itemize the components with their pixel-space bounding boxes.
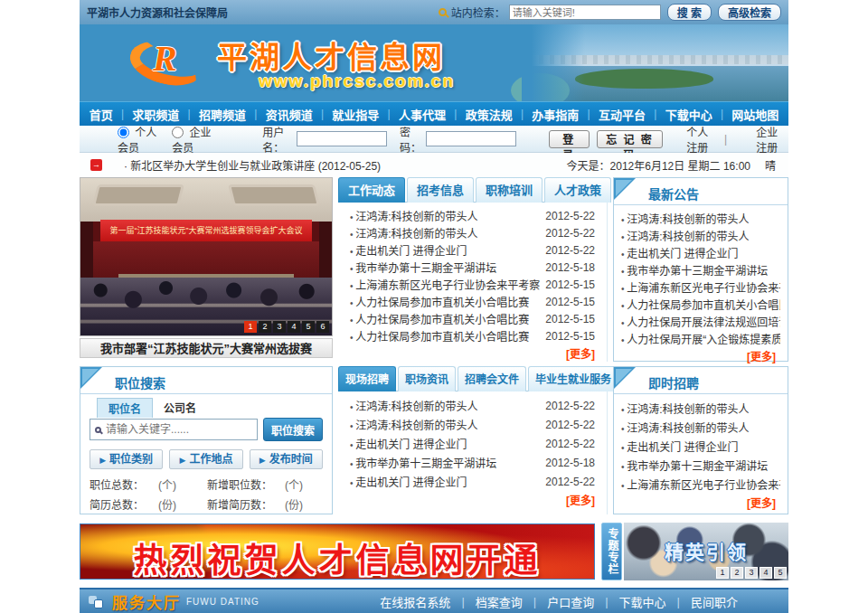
instant-link[interactable]: 上海浦东新区光电子行业协会来平考 xyxy=(621,476,780,492)
play-arrow-icon: ▶ xyxy=(99,456,106,465)
notice-link[interactable]: 走出机关门 进得企业门 xyxy=(621,245,780,260)
stat-unit: (份) xyxy=(158,496,207,512)
member-company-radio[interactable]: 企业会员 xyxy=(172,124,217,155)
recruit-link[interactable]: 我市举办第十三期金平湖讲坛 xyxy=(350,455,540,470)
member-personal-radio[interactable]: 个人会员 xyxy=(118,124,163,155)
photo-page-button[interactable]: 2 xyxy=(259,321,271,333)
company-radio-input[interactable] xyxy=(172,127,184,138)
tab-company-name[interactable]: 公司名 xyxy=(153,398,207,418)
tab-title-training[interactable]: 职称培训 xyxy=(476,177,542,203)
notice-link[interactable]: 人力社保局参加市直机关小合唱比赛 xyxy=(621,297,780,312)
recruit-link[interactable]: 汪鸿涛:科技创新的带头人 xyxy=(350,398,540,413)
site-url[interactable]: www.phrcsc.com.cn xyxy=(259,71,455,91)
nav-item-sitemap[interactable]: 网站地图 xyxy=(731,106,778,123)
tab-talent-policy[interactable]: 人才政策 xyxy=(544,177,611,203)
nav-item-interact[interactable]: 互动平台 xyxy=(599,106,646,123)
weather: 晴 xyxy=(765,157,776,173)
photo-news[interactable]: 第一届“江苏技能状元”大赛常州选拔赛领导会扩大会议 1 2 3 4 5 6 xyxy=(80,177,333,336)
photo-page-button[interactable]: 5 xyxy=(302,321,315,333)
recruit-link[interactable]: 走出机关门 进得企业门 xyxy=(350,436,540,451)
play-arrow-icon: ▶ xyxy=(180,456,186,465)
celebration-banner[interactable]: 热烈祝贺人才信息网开通 xyxy=(80,523,595,580)
tab-onsite-recruit[interactable]: 现场招聘 xyxy=(338,366,396,391)
nav-item-jobseek[interactable]: 求职频道 xyxy=(132,106,179,123)
banner-page-button[interactable]: 4 xyxy=(760,567,772,579)
photo-caption-link[interactable]: 我市部署“江苏技能状元”大赛常州选拔赛 xyxy=(80,338,333,358)
notice-link[interactable]: 人力社保局开展法律法规巡回培训 xyxy=(621,314,780,329)
recruit-more-link[interactable]: [更多] xyxy=(338,492,607,507)
instant-link[interactable]: 走出机关门 进得企业门 xyxy=(621,439,780,454)
site-search-button[interactable]: 搜 索 xyxy=(667,4,712,21)
notice-link[interactable]: 汪鸿涛:科技创新的带头人 xyxy=(621,228,780,243)
news-item: 人力社保局参加市直机关小合唱比赛2012-5-15 xyxy=(338,310,607,327)
register-personal-link[interactable]: 个人注册 xyxy=(686,124,719,155)
nav-item-recruit[interactable]: 招聘频道 xyxy=(199,106,246,123)
forgot-password-button[interactable]: 忘 记 密 码 xyxy=(597,130,664,148)
banner-page-button[interactable]: 3 xyxy=(745,567,758,579)
tab-work-news[interactable]: 工作动态 xyxy=(338,177,405,203)
photo-page-button[interactable]: 6 xyxy=(316,321,329,333)
tab-position-name[interactable]: 职位名 xyxy=(97,398,153,418)
advanced-search-button[interactable]: 高级检索 xyxy=(718,4,781,21)
filter-publish-time[interactable]: ▶发布时间 xyxy=(250,449,323,469)
login-button[interactable]: 登 录 xyxy=(549,130,590,148)
nav-item-policy[interactable]: 政策法规 xyxy=(466,106,513,123)
link-private-agency[interactable]: 民间职介 xyxy=(691,593,738,610)
instant-link[interactable]: 我市举办第十三期金平湖讲坛 xyxy=(621,457,780,473)
banner-page-button[interactable]: 1 xyxy=(716,567,729,579)
register-company-link[interactable]: 企业注册 xyxy=(756,124,788,155)
nav-item-hr-agency[interactable]: 人事代理 xyxy=(399,106,446,123)
elite-banner[interactable]: 精英引领 1 2 3 4 5 xyxy=(624,523,788,580)
recruit-date: 2012-5-22 xyxy=(545,438,595,450)
news-link[interactable]: 汪鸿涛:科技创新的带头人 xyxy=(350,208,540,223)
news-link[interactable]: 走出机关门 进得企业门 xyxy=(350,242,540,258)
personal-radio-input[interactable] xyxy=(118,127,129,138)
notices-more-link[interactable]: [更多] xyxy=(614,348,788,363)
tab-jobfair-files[interactable]: 招聘会文件 xyxy=(458,366,526,391)
tab-graduate-service[interactable]: 毕业生就业服务 xyxy=(528,366,618,391)
link-archive-query[interactable]: 档案查询 xyxy=(476,593,523,610)
recruit-link[interactable]: 汪鸿涛:科技创新的带头人 xyxy=(350,417,540,432)
username-field[interactable] xyxy=(297,131,387,146)
photo-page-button[interactable]: 4 xyxy=(288,321,300,333)
photo-page-button[interactable]: 1 xyxy=(244,321,257,333)
special-column-strip[interactable]: 专题专栏 xyxy=(601,523,622,580)
link-hukou-query[interactable]: 户口查询 xyxy=(547,593,594,610)
instant-link[interactable]: 汪鸿涛:科技创新的带头人 xyxy=(621,401,780,416)
news-more-link[interactable]: [更多] xyxy=(338,345,607,361)
notice-link[interactable]: 人力社保局开展“入企锻炼提素质” xyxy=(621,331,780,346)
username-label: 用户名： xyxy=(262,124,295,155)
job-keyword-input[interactable] xyxy=(106,423,252,436)
banner-page-button[interactable]: 5 xyxy=(774,567,787,579)
tab-career-info[interactable]: 职场资讯 xyxy=(398,366,456,391)
link-download-center[interactable]: 下载中心 xyxy=(619,593,666,610)
link-online-signup[interactable]: 在线报名系统 xyxy=(380,593,450,610)
photo-page-button[interactable]: 3 xyxy=(273,321,286,333)
filter-job-category[interactable]: ▶职位类别 xyxy=(90,449,163,469)
job-search-button[interactable]: 职位搜索 xyxy=(263,418,323,441)
banner-page-button[interactable]: 2 xyxy=(731,567,743,579)
nav-item-info[interactable]: 资讯频道 xyxy=(266,106,313,123)
instant-more-link[interactable]: [更多] xyxy=(614,495,788,510)
news-link[interactable]: 人力社保局参加市直机关小合唱比赛 xyxy=(350,311,540,326)
notice-link[interactable]: 上海浦东新区光电子行业协会来平考 xyxy=(621,279,780,295)
site-search-input[interactable] xyxy=(509,5,661,20)
nav-item-download[interactable]: 下载中心 xyxy=(665,106,712,123)
news-link[interactable]: 人力社保局参加市直机关小合唱比赛 xyxy=(350,328,540,344)
tab-exam-info[interactable]: 招考信息 xyxy=(407,177,474,203)
notice-link[interactable]: 汪鸿涛:科技创新的带头人 xyxy=(621,211,780,226)
nav-item-home[interactable]: 首页 xyxy=(90,106,113,123)
filter-work-location[interactable]: ▶工作地点 xyxy=(169,449,242,469)
site-logo-icon[interactable]: R xyxy=(129,37,215,90)
notice-link[interactable]: 我市举办第十三期金平湖讲坛 xyxy=(621,262,780,278)
password-field[interactable] xyxy=(426,131,516,146)
announcement-link[interactable]: 新北区举办大学生创业与就业政策讲座 (2012-05-25) xyxy=(124,157,381,173)
news-link[interactable]: 汪鸿涛:科技创新的带头人 xyxy=(350,225,540,240)
news-link[interactable]: 上海浦东新区光电子行业协会来平考察 xyxy=(350,277,540,292)
recruit-link[interactable]: 走出机关门 进得企业门 xyxy=(350,474,540,489)
news-link[interactable]: 我市举办第十三期金平湖讲坛 xyxy=(350,259,540,275)
nav-item-guide[interactable]: 就业指导 xyxy=(332,106,379,123)
nav-item-service-guide[interactable]: 办事指南 xyxy=(532,106,579,123)
news-link[interactable]: 人力社保局参加市直机关小合唱比赛 xyxy=(350,294,540,309)
instant-link[interactable]: 汪鸿涛:科技创新的带头人 xyxy=(621,420,780,435)
